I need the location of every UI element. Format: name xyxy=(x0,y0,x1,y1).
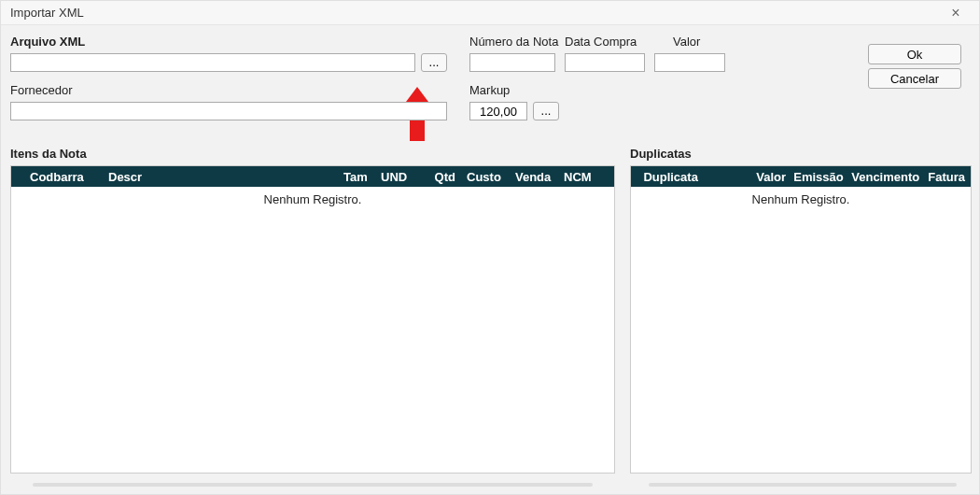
scrollbar[interactable] xyxy=(649,483,957,487)
markup-label: Markup xyxy=(469,83,510,97)
column-header[interactable]: Codbarra xyxy=(24,170,103,184)
itens-grid-body: Nenhum Registro. xyxy=(11,187,614,212)
fornecedor-input[interactable] xyxy=(10,102,447,120)
grids-area: Itens da Nota Codbarra Descr Tam UND Qtd… xyxy=(1,147,979,492)
column-header[interactable]: Custo xyxy=(461,170,510,184)
markup-browse-button[interactable]: ... xyxy=(533,102,559,120)
close-icon[interactable]: × xyxy=(942,5,970,21)
numero-nota-input[interactable] xyxy=(469,53,555,72)
duplicatas-grid-header: Duplicata Valor Emissão Vencimento Fatur… xyxy=(631,166,971,187)
markup-input[interactable] xyxy=(469,102,527,120)
column-header[interactable]: Tam xyxy=(338,170,375,184)
titlebar: Importar XML × xyxy=(1,1,979,25)
itens-no-records: Nenhum Registro. xyxy=(11,187,614,212)
browse-arquivo-button[interactable]: ... xyxy=(421,53,447,72)
data-compra-label: Data Compra xyxy=(565,35,637,49)
scrollbar[interactable] xyxy=(33,483,593,487)
data-compra-input[interactable] xyxy=(565,53,645,72)
column-header[interactable]: Venda xyxy=(510,170,558,184)
column-header[interactable]: Valor xyxy=(750,170,788,184)
fornecedor-label: Fornecedor xyxy=(10,83,72,97)
column-header[interactable]: Qtd xyxy=(416,170,461,184)
duplicatas-no-records: Nenhum Registro. xyxy=(631,187,971,212)
valor-input[interactable] xyxy=(654,53,725,72)
itens-grid: Codbarra Descr Tam UND Qtd Custo Venda N… xyxy=(10,165,615,474)
arquivo-xml-label: Arquivo XML xyxy=(10,35,85,49)
window: Importar XML × Arquivo XML ... Número da… xyxy=(0,0,980,495)
column-header[interactable]: Descr xyxy=(103,170,338,184)
arquivo-xml-input[interactable] xyxy=(10,53,415,72)
valor-label: Valor xyxy=(673,35,700,49)
column-header[interactable]: Fatura xyxy=(922,170,971,184)
numero-nota-label: Número da Nota xyxy=(469,35,558,49)
cancel-button[interactable]: Cancelar xyxy=(868,68,961,89)
column-header[interactable]: Emissão xyxy=(788,170,846,184)
ok-button[interactable]: Ok xyxy=(868,44,961,64)
column-header[interactable]: Duplicata xyxy=(637,170,750,184)
itens-section-label: Itens da Nota xyxy=(10,147,87,161)
column-header[interactable]: NCM xyxy=(558,170,605,184)
window-title: Importar XML xyxy=(10,6,84,20)
column-header[interactable]: Vencimento xyxy=(846,170,922,184)
itens-grid-header: Codbarra Descr Tam UND Qtd Custo Venda N… xyxy=(11,166,614,187)
duplicatas-grid: Duplicata Valor Emissão Vencimento Fatur… xyxy=(630,165,972,474)
duplicatas-section-label: Duplicatas xyxy=(630,147,692,161)
column-header[interactable]: UND xyxy=(375,170,416,184)
duplicatas-grid-body: Nenhum Registro. xyxy=(631,187,971,212)
form-area: Arquivo XML ... Número da Nota Data Comp… xyxy=(1,25,979,143)
